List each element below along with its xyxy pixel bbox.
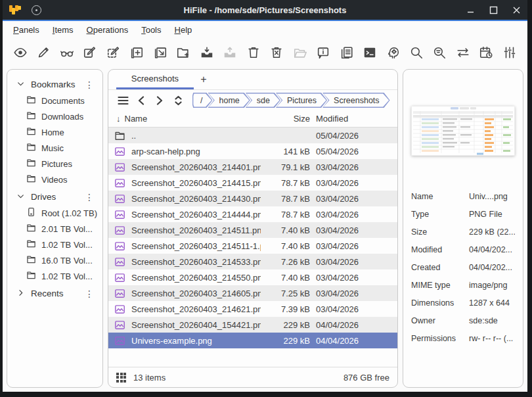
kebab-menu-icon[interactable]: ⋮ — [83, 289, 96, 299]
file-size: 229 kB — [261, 336, 310, 346]
view-mode-grid-icon[interactable] — [116, 373, 126, 383]
chevron-right-icon — [16, 289, 25, 299]
menu-help[interactable]: Help — [168, 23, 199, 37]
menubar: PanelsItemsOperationsToolsHelp — [3, 21, 527, 39]
file-row[interactable]: Screenshot_20260403_214430.png78.7 kB03/… — [108, 191, 397, 206]
sidebar-item-2-01-tb-vol-[interactable]: 2.01 TB Vol... — [10, 221, 100, 237]
delete-icon[interactable] — [269, 45, 284, 60]
new-tab-button[interactable]: + — [194, 74, 213, 85]
open-folder-icon[interactable] — [292, 45, 308, 60]
smart-command-icon[interactable] — [386, 45, 401, 60]
file-row[interactable]: ..05/04/2026 — [108, 128, 397, 143]
sidebar-item-home[interactable]: Home — [10, 124, 100, 140]
sidebar-item-label: Pictures — [41, 159, 72, 169]
kebab-menu-icon[interactable]: ⋮ — [83, 80, 96, 90]
file-row[interactable]: Screenshot_20260404_154421.png229 kB04/0… — [108, 317, 397, 333]
properties-icon[interactable] — [339, 45, 355, 60]
minimize-button[interactable] — [466, 6, 475, 14]
sidebar-item-downloads[interactable]: Downloads — [10, 108, 100, 124]
view-eye-icon[interactable] — [12, 45, 28, 60]
detail-label: Size — [411, 227, 469, 237]
file-row[interactable]: Screenshot_20260403_214550.png7.40 kB03/… — [108, 269, 397, 285]
file-row[interactable]: Screenshot_20260403_214444.png78.7 kB03/… — [108, 206, 397, 222]
batch-rename-icon[interactable] — [106, 45, 122, 60]
sidebar-item-music[interactable]: Music — [10, 140, 100, 156]
settings-icon[interactable] — [502, 45, 518, 60]
detail-value: image/png — [469, 281, 515, 290]
detail-value: Univ....png — [469, 192, 515, 201]
file-row[interactable]: Screenshot_20260403_214415.png78.7 kB03/… — [108, 175, 397, 191]
terminal-icon[interactable] — [362, 45, 378, 60]
breadcrumb-segment-home[interactable]: home — [208, 93, 250, 108]
sidebar-item-label: Root (1.02 TB) — [41, 208, 97, 218]
sidebar-section-drives[interactable]: Drives⋮ — [10, 189, 100, 205]
menu-panels[interactable]: Panels — [7, 23, 46, 37]
sidebar-item-documents[interactable]: Documents — [10, 93, 100, 108]
view-glasses-icon[interactable] — [59, 45, 75, 60]
forward-icon[interactable] — [152, 93, 167, 108]
file-size: 79.1 kB — [261, 162, 310, 172]
sidebar-section-bookmarks[interactable]: Bookmarks⋮ — [10, 76, 100, 93]
swap-panels-icon[interactable] — [455, 45, 471, 60]
file-modified: 03/04/2026 — [310, 210, 368, 220]
image-file-icon — [114, 177, 125, 189]
file-row[interactable]: Screenshot_20260403_214511-1.png7.40 kB0… — [108, 238, 397, 254]
edit-pencil-icon[interactable] — [35, 45, 51, 60]
file-row[interactable]: Screenshot_20260403_214605.png7.25 kB03/… — [108, 285, 397, 301]
column-size[interactable]: Size — [261, 114, 310, 124]
sidebar-item-pictures[interactable]: Pictures — [10, 156, 100, 172]
sidebar-section-recents[interactable]: Recents⋮ — [10, 285, 100, 302]
kebab-menu-icon[interactable]: ⋮ — [83, 192, 96, 202]
sidebar-item-1-02-tb-vol-[interactable]: 1.02 TB Vol... — [10, 268, 100, 284]
detail-row-name: NameUniv....png — [411, 187, 515, 205]
rename-icon[interactable] — [82, 45, 98, 60]
unpack-icon[interactable] — [222, 45, 238, 60]
file-row[interactable]: Univers-example.png229 kB04/04/2026 — [108, 333, 397, 348]
tray-dot-icon[interactable] — [32, 5, 41, 15]
pack-icon[interactable] — [199, 45, 215, 60]
menu-tools[interactable]: Tools — [135, 23, 167, 37]
schedule-icon[interactable] — [478, 45, 494, 60]
info-comment-icon[interactable] — [315, 45, 331, 60]
file-modified: 03/04/2026 — [310, 162, 368, 172]
detail-label: Type — [411, 210, 469, 219]
item-count: 13 items — [133, 373, 344, 383]
copy-icon[interactable] — [129, 45, 144, 60]
details-panel: NameUniv....pngTypePNG FileSize229 kB (2… — [403, 69, 523, 388]
folder-icon — [26, 270, 36, 282]
panel-menu-icon[interactable] — [115, 93, 131, 108]
folder-icon — [26, 126, 36, 138]
move-icon[interactable] — [152, 45, 168, 60]
trash-icon[interactable] — [246, 45, 261, 60]
sidebar-item-1-02-tb-vol-[interactable]: 1.02 TB Vol... — [10, 237, 100, 252]
column-name[interactable]: ↓Name — [116, 114, 261, 124]
sidebar-item-label: Videos — [41, 175, 68, 185]
file-list: ..05/04/2026arp-scan-help.png141 kB05/04… — [108, 128, 397, 367]
file-row[interactable]: Screenshot_20260403_214511.png7.40 kB03/… — [108, 222, 397, 238]
file-row[interactable]: arp-scan-help.png141 kB05/04/2026 — [108, 143, 397, 159]
search-icon[interactable] — [409, 45, 424, 60]
up-down-icon[interactable] — [170, 93, 186, 108]
tab-screenshots[interactable]: Screenshots — [116, 70, 194, 89]
maximize-button[interactable] — [489, 6, 498, 14]
file-row[interactable]: Screenshot_20260403_214401.png79.1 kB03/… — [108, 159, 397, 175]
preview-thumbnail[interactable] — [411, 106, 515, 156]
new-folder-icon[interactable] — [175, 45, 191, 60]
sidebar-item-root-1-02-tb-[interactable]: Root (1.02 TB) — [10, 205, 100, 221]
breadcrumb-segment-screenshots[interactable]: Screenshots — [322, 93, 389, 108]
close-button[interactable] — [512, 6, 521, 14]
filter-icon[interactable] — [432, 45, 447, 60]
sidebar-item-videos[interactable]: Videos — [10, 172, 100, 187]
folder-icon — [114, 130, 125, 141]
sidebar-item-16-0-tb-vol-[interactable]: 16.0 TB Vol... — [10, 252, 100, 268]
menu-operations[interactable]: Operations — [80, 23, 135, 37]
back-icon[interactable] — [133, 93, 149, 108]
chevron-down-icon — [16, 192, 25, 202]
column-modified[interactable]: Modified — [310, 114, 368, 124]
file-row[interactable]: Screenshot_20260403_214533.png7.26 kB03/… — [108, 254, 397, 269]
file-size: 141 kB — [261, 147, 310, 156]
sidebar-item-label: 2.01 TB Vol... — [41, 224, 93, 234]
menu-items[interactable]: Items — [46, 23, 80, 37]
file-row[interactable]: Screenshot_20260403_214621.png7.39 kB03/… — [108, 301, 397, 317]
breadcrumb-segment-pictures[interactable]: Pictures — [276, 93, 327, 108]
